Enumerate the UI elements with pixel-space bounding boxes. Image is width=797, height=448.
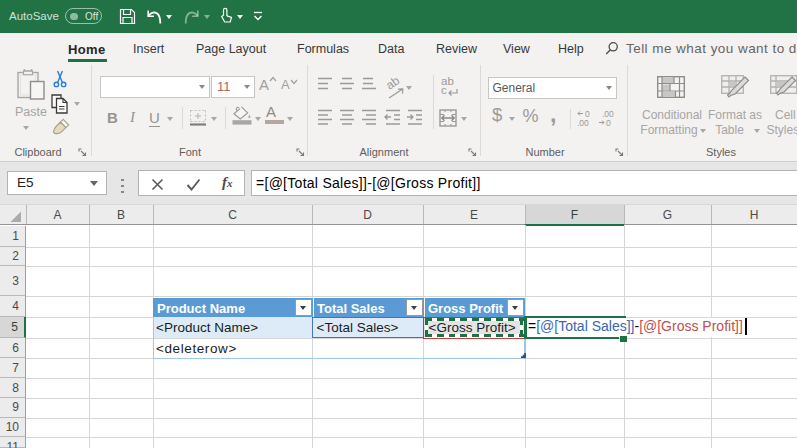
svg-text:0: 0 <box>606 118 611 128</box>
svg-text:.00: .00 <box>577 118 589 128</box>
